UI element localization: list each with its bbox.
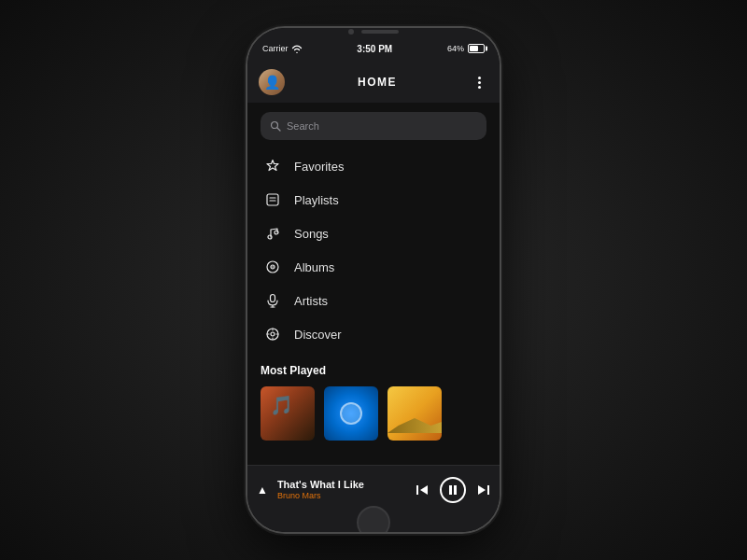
svg-rect-24 (487, 485, 489, 495)
phone-screen: Carrier 3:50 PM 64% 👤 HOME (247, 28, 500, 532)
most-played-title: Most Played (261, 364, 486, 377)
header-title: HOME (358, 76, 397, 89)
svg-rect-20 (416, 485, 418, 495)
now-playing-artist: Bruno Mars (277, 491, 408, 500)
avatar[interactable]: 👤 (259, 69, 285, 95)
dot2 (478, 81, 481, 84)
chevron-up-icon[interactable]: ▲ (257, 483, 268, 497)
phone-device: Carrier 3:50 PM 64% 👤 HOME (247, 28, 500, 532)
svg-line-1 (277, 128, 280, 131)
prev-button[interactable] (416, 483, 429, 497)
speaker-bar (361, 30, 399, 34)
songs-label: Songs (294, 227, 329, 241)
svg-rect-21 (449, 485, 452, 495)
svg-point-9 (272, 266, 274, 268)
status-bar: Carrier 3:50 PM 64% (247, 35, 500, 62)
star-icon (264, 158, 281, 175)
album-art-2[interactable] (324, 386, 378, 441)
search-container: Search (247, 103, 500, 146)
dot1 (478, 77, 481, 79)
status-time: 3:50 PM (357, 44, 392, 54)
search-placeholder: Search (287, 120, 319, 132)
nav-item-playlists[interactable]: Playlists (247, 183, 500, 217)
album-icon (264, 259, 281, 275)
nav-item-favorites[interactable]: Favorites (247, 149, 500, 183)
nav-item-songs[interactable]: Songs (247, 217, 500, 250)
dot3 (478, 86, 481, 89)
app-header: 👤 HOME (247, 62, 500, 103)
more-button[interactable] (470, 73, 488, 91)
now-playing-title: That's What I Like (277, 479, 408, 490)
player-controls (416, 477, 490, 503)
discover-label: Discover (294, 328, 342, 342)
svg-point-0 (272, 122, 278, 129)
carrier-label: Carrier (262, 44, 289, 53)
albums-label: Albums (294, 260, 334, 274)
home-indicator (247, 513, 500, 532)
now-playing-info: That's What I Like Bruno Mars (277, 479, 408, 500)
nav-item-artists[interactable]: Artists (247, 284, 500, 317)
most-played-section: Most Played (247, 355, 500, 465)
discover-icon (264, 326, 281, 343)
nav-list: Favorites Playlists (247, 146, 500, 355)
camera-dot (348, 29, 354, 35)
svg-point-14 (271, 332, 275, 336)
battery-icon (468, 44, 485, 53)
carrier-wifi: Carrier (262, 44, 303, 53)
svg-marker-23 (478, 485, 486, 495)
svg-marker-19 (420, 485, 428, 495)
home-button[interactable] (357, 506, 390, 532)
artists-label: Artists (294, 294, 328, 308)
playlists-label: Playlists (294, 193, 339, 207)
playlist-icon (264, 191, 281, 208)
music-note-icon (264, 225, 281, 242)
top-notch (247, 28, 500, 35)
album-art-3[interactable] (388, 386, 442, 441)
status-right: 64% (447, 44, 485, 53)
search-box[interactable]: Search (261, 112, 486, 140)
pause-button[interactable] (440, 477, 466, 503)
album-art-1[interactable] (261, 386, 315, 441)
battery-fill (470, 46, 478, 51)
mic-icon (264, 292, 281, 309)
next-button[interactable] (477, 483, 490, 497)
wifi-icon (291, 45, 303, 53)
favorites-label: Favorites (294, 160, 344, 174)
svg-rect-22 (454, 485, 457, 495)
album-row (261, 386, 486, 441)
search-icon (270, 120, 281, 132)
nav-item-albums[interactable]: Albums (247, 250, 500, 284)
main-content: Search Favorites (247, 103, 500, 465)
nav-item-discover[interactable]: Discover (247, 317, 500, 351)
battery-percentage: 64% (447, 44, 464, 53)
svg-rect-2 (267, 194, 278, 205)
svg-rect-10 (271, 295, 275, 302)
